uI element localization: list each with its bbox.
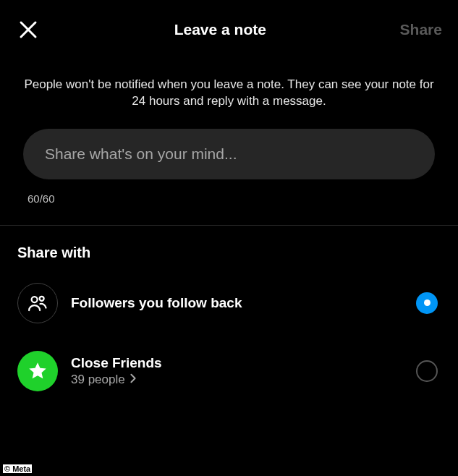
svg-point-3 — [40, 297, 44, 301]
share-button[interactable]: Share — [400, 21, 442, 38]
share-with-heading: Share with — [0, 226, 458, 277]
close-button[interactable] — [16, 17, 41, 42]
radio-selected[interactable] — [416, 292, 438, 314]
page-title: Leave a note — [174, 21, 266, 38]
description-text: People won't be notified when you leave … — [0, 55, 458, 129]
image-credit: © Meta — [3, 464, 32, 473]
compose-area: Share what's on your mind... 60/60 — [0, 129, 458, 205]
leave-note-screen: Leave a note Share People won't be notif… — [0, 0, 458, 476]
chevron-right-icon — [130, 373, 137, 387]
svg-point-2 — [32, 297, 38, 302]
option-close-friends[interactable]: Close Friends 39 people — [0, 345, 458, 397]
header: Leave a note Share — [0, 0, 458, 55]
character-counter: 60/60 — [23, 179, 435, 205]
option-text: Followers you follow back — [71, 295, 403, 311]
option-label: Close Friends — [71, 355, 403, 371]
radio-unselected[interactable] — [416, 360, 438, 382]
option-subtitle-row[interactable]: 39 people — [71, 373, 403, 387]
note-input[interactable]: Share what's on your mind... — [23, 129, 435, 179]
note-input-placeholder: Share what's on your mind... — [45, 145, 237, 163]
option-followers-you-follow-back[interactable]: Followers you follow back — [0, 277, 458, 329]
option-subtitle: 39 people — [71, 373, 125, 387]
star-icon — [17, 351, 58, 391]
close-icon — [17, 19, 39, 41]
people-icon — [17, 283, 58, 323]
option-text: Close Friends 39 people — [71, 355, 403, 387]
option-label: Followers you follow back — [71, 295, 403, 311]
